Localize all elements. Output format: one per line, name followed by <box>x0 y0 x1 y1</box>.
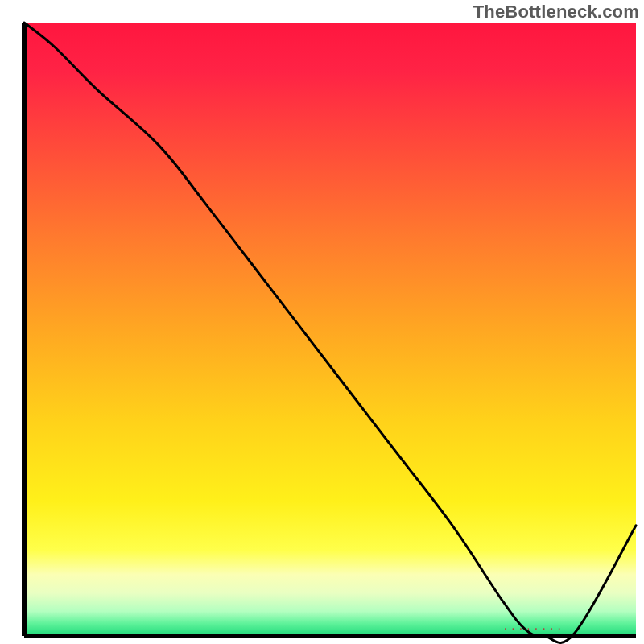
gradient-background <box>24 23 636 636</box>
min-marker: · · · · · · · · <box>504 625 562 634</box>
chart-stage: TheBottleneck.com · · · · · · · · <box>0 0 644 644</box>
chart-canvas <box>0 0 644 644</box>
plot-group <box>24 23 636 642</box>
